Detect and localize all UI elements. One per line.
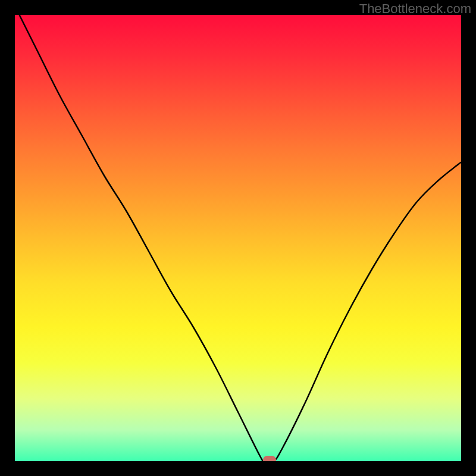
- curve-svg: [15, 15, 461, 461]
- plot-area: [15, 15, 461, 461]
- watermark-text: TheBottleneck.com: [359, 1, 471, 17]
- minimum-marker: [263, 456, 276, 461]
- chart-curve: [20, 15, 462, 461]
